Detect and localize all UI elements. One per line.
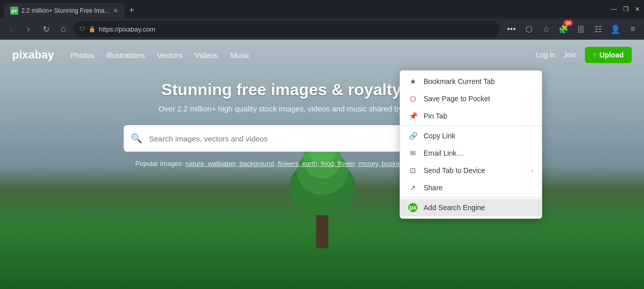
hero-subtitle: Over 2.2 million+ high quality stock ima… [0,104,644,113]
pixabay-site: pixabay Photos Illustrations Vectors Vid… [0,40,644,289]
nav-vectors[interactable]: Vectors [157,51,183,60]
popular-label: Popular Images: [135,160,184,167]
upload-icon: ↑ [593,51,597,59]
minimize-button[interactable]: — [611,6,617,13]
refresh-button[interactable]: ↻ [39,22,53,36]
home-button[interactable]: ⌂ [56,22,70,36]
security-icon: 🛡 [79,25,86,33]
menu-pin-tab-label: Pin Tab [424,112,534,120]
pixabay-nav: pixabay Photos Illustrations Vectors Vid… [0,40,644,70]
hero-title: Stunning free images & royalty free stoc… [0,80,644,99]
nav-links: Photos Illustrations Vectors Videos Musi… [70,51,536,60]
extensions-icon[interactable]: 🧩 16 [556,22,571,36]
menu-pin-tab[interactable]: 📌 Pin Tab [400,107,542,125]
pin-tab-icon: 📌 [408,111,417,121]
menu-copy-link[interactable]: 🔗 Copy Link [400,127,542,144]
toolbar-right: ••• ⬡ ☆ 🧩 16 ||| ☷ 👤 ≡ [505,22,640,36]
forward-button[interactable]: › [21,22,36,36]
browser-chrome: px 2.2 million+ Stunning Free Ima... × +… [0,0,644,40]
title-bar: px 2.2 million+ Stunning Free Ima... × +… [0,0,644,18]
menu-share[interactable]: ↗ Share [400,179,542,196]
hero-content: Stunning free images & royalty free stoc… [0,70,644,167]
bookmark-tab-icon: ★ [408,77,417,86]
pocket-menu-icon: ⬡ [408,94,417,103]
back-button[interactable]: ‹ [4,22,18,36]
address-bar[interactable]: 🛡 🔒 https://pixabay.com [73,21,499,37]
extensions-badge: 16 [564,20,573,26]
menu-add-search-label: Add Search Engine [424,204,534,212]
tab-close-button[interactable]: × [113,6,119,16]
menu-divider-2 [400,197,542,198]
sidebar-icon[interactable]: ||| [574,22,588,36]
tab-title: 2.2 million+ Stunning Free Ima... [21,7,109,14]
nav-photos[interactable]: Photos [70,51,94,60]
bookmark-icon[interactable]: ☆ [539,22,553,36]
context-menu: ★ Bookmark Current Tab ⬡ Save Page to Po… [400,70,542,219]
menu-icon[interactable]: ≡ [626,22,640,36]
nav-videos[interactable]: Videos [195,51,218,60]
share-icon: ↗ [408,183,417,192]
menu-copy-link-label: Copy Link [424,132,534,140]
upload-label: Upload [600,51,624,59]
add-search-icon: px [408,203,417,212]
menu-send-tab[interactable]: ⊡ Send Tab to Device › [400,162,542,179]
menu-email-link[interactable]: ✉ Email Link… [400,144,542,162]
pocket-icon[interactable]: ⬡ [522,22,536,36]
browser-toolbar: ‹ › ↻ ⌂ 🛡 🔒 https://pixabay.com ••• ⬡ ☆ … [0,18,644,40]
popular-tags: Popular Images: nature, wallpaper, backg… [0,160,644,167]
maximize-button[interactable]: ❐ [623,6,629,13]
nav-music[interactable]: Music [230,51,250,60]
join-button[interactable]: Join [564,51,577,59]
copy-link-icon: 🔗 [408,131,417,140]
pixabay-logo[interactable]: pixabay [12,48,54,62]
login-button[interactable]: Log in [536,51,555,59]
menu-send-tab-label: Send Tab to Device [424,166,525,175]
tab-favicon: px [10,7,18,15]
lock-icon: 🔒 [89,26,96,33]
nav-illustrations[interactable]: Illustrations [106,51,145,60]
close-window-button[interactable]: ✕ [635,6,640,13]
account-icon[interactable]: 👤 [608,22,623,36]
reader-icon[interactable]: ☷ [591,22,605,36]
menu-save-pocket-label: Save Page to Pocket [424,95,534,103]
search-icon: 🔍 [124,133,149,144]
more-button[interactable]: ••• [505,22,519,36]
menu-bookmark-tab[interactable]: ★ Bookmark Current Tab [400,73,542,90]
send-tab-chevron: › [531,167,534,174]
send-tab-icon: ⊡ [408,166,417,175]
menu-add-search[interactable]: px Add Search Engine [400,199,542,216]
browser-tab[interactable]: px 2.2 million+ Stunning Free Ima... × [4,3,125,18]
menu-share-label: Share [424,184,534,192]
menu-bookmark-tab-label: Bookmark Current Tab [424,77,534,85]
new-tab-button[interactable]: + [129,5,134,16]
menu-divider-1 [400,126,542,126]
email-link-icon: ✉ [408,149,417,158]
menu-save-pocket[interactable]: ⬡ Save Page to Pocket [400,90,542,107]
upload-button[interactable]: ↑ Upload [585,47,632,63]
menu-email-link-label: Email Link… [424,149,534,157]
address-text: https://pixabay.com [99,25,493,33]
window-controls: — ❐ ✕ [611,6,640,13]
nav-right: Log in Join ↑ Upload [536,47,632,63]
